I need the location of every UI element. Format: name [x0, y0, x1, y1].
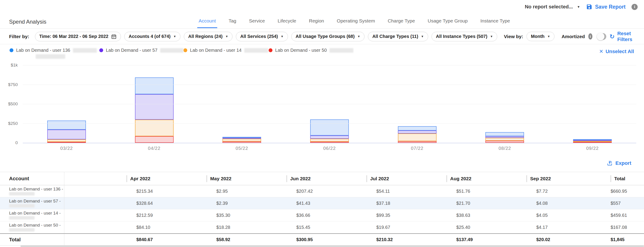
tab-operating-system[interactable]: Operating System — [336, 14, 376, 28]
filter-by-label: Filter by: — [9, 34, 29, 39]
x-axis-label: 05/22 — [198, 146, 286, 151]
value-cell: $19.67 — [364, 221, 444, 233]
redacted-text — [9, 228, 34, 232]
amortized-label: Amortized — [562, 34, 585, 39]
column-gap — [64, 185, 124, 197]
account-cell: Lab on Demand - user 57 - — [0, 197, 64, 209]
column-header-label: Sep 2022 — [526, 175, 551, 182]
report-selector-dropdown[interactable]: No report selected... ▼ — [525, 4, 580, 10]
column-header-sep-2022[interactable]: Sep 2022 — [524, 172, 604, 185]
filter-pill-3[interactable]: All Services (254)▼ — [236, 32, 288, 41]
info-icon[interactable]: i — [632, 4, 638, 10]
bar-segment — [398, 133, 436, 141]
filter-pill-5[interactable]: All Charge Types (11)▼ — [368, 32, 428, 41]
filter-pills: Time: 06 Mar 2022 - 06 Sep 2022Accounts … — [35, 32, 498, 41]
column-header-aug-2022[interactable]: Aug 2022 — [444, 172, 524, 185]
x-axis-line — [23, 143, 636, 143]
value-cell: $557 — [604, 197, 644, 209]
redacted-text — [9, 192, 34, 196]
tab-usage-type-group[interactable]: Usage Type Group — [426, 14, 469, 28]
column-header-apr-2022[interactable]: Apr 2022 — [124, 172, 204, 185]
legend-item-0[interactable]: Lab on Demand - user 136 — [10, 48, 99, 60]
bar-segment — [222, 139, 261, 141]
column-header-jul-2022[interactable]: Jul 2022 — [364, 172, 444, 185]
filter-pill-0[interactable]: Time: 06 Mar 2022 - 06 Sep 2022 — [35, 32, 121, 41]
column-gap — [64, 197, 124, 209]
filter-bar: Filter by: Time: 06 Mar 2022 - 06 Sep 20… — [0, 29, 644, 44]
gridline — [23, 123, 636, 124]
gridline — [23, 104, 636, 104]
legend-item-1[interactable]: Lab on Demand - user 57 — [99, 48, 184, 53]
column-gap — [64, 234, 124, 246]
value-cell: $212.59 — [124, 209, 204, 221]
filter-pill-label: All Instance Types (507) — [436, 34, 487, 39]
reset-filters-label: Reset Filters — [617, 31, 635, 42]
account-name: Lab on Demand - user 57 - — [9, 199, 61, 203]
value-cell: $35.30 — [204, 209, 284, 221]
bar-segment — [310, 119, 349, 136]
filter-pill-label: Time: 06 Mar 2022 - 06 Sep 2022 — [39, 34, 108, 39]
total-value-cell: $137.49 — [444, 234, 524, 246]
value-cell: $328.64 — [124, 197, 204, 209]
export-icon — [607, 160, 613, 166]
value-cell: $51.76 — [444, 185, 524, 197]
y-axis-tick-label: $1k — [0, 63, 18, 68]
tab-instance-type[interactable]: Instance Type — [479, 14, 511, 28]
tab-service[interactable]: Service — [248, 14, 266, 28]
account-name: Lab on Demand - user 14 - — [9, 211, 61, 216]
legend-item-line: Lab on Demand - user 57 — [99, 48, 184, 53]
unselect-all-label: Unselect All — [606, 49, 634, 54]
account-cell: Lab on Demand - user 136 - — [0, 185, 64, 197]
view-by-dropdown[interactable]: Month ▼ — [526, 32, 554, 41]
account-name: Lab on Demand - user 136 - — [9, 187, 63, 191]
export-button[interactable]: Export — [607, 160, 631, 166]
stacked-bar-05/22 — [222, 137, 261, 143]
stacked-bar-09/22 — [573, 139, 612, 143]
filter-pill-label: All Usage Type Groups (68) — [296, 34, 355, 39]
chevron-down-icon: ▼ — [577, 5, 580, 9]
filter-pill-1[interactable]: Accounts 4 (of 674)▼ — [124, 32, 180, 41]
table-horizontal-scrollbar[interactable] — [20, 245, 644, 247]
tab-region[interactable]: Region — [308, 14, 326, 28]
chart-x-axis-labels: 03/2204/2205/2206/2207/2208/2209/22 — [23, 146, 636, 151]
x-axis-label: 06/22 — [286, 146, 373, 151]
tab-tag[interactable]: Tag — [227, 14, 238, 28]
tab-charge-type[interactable]: Charge Type — [386, 14, 416, 28]
stacked-bar-06/22 — [310, 119, 349, 143]
value-cell: $215.34 — [124, 185, 204, 197]
value-cell: $7.72 — [524, 185, 604, 197]
filter-pill-2[interactable]: All Regions (24)▼ — [184, 32, 232, 41]
redacted-text — [73, 48, 97, 53]
legend-item-label: Lab on Demand - user 14 — [190, 48, 242, 53]
value-cell: $36.66 — [284, 209, 364, 221]
filter-pill-label: All Regions (24) — [188, 34, 222, 39]
reset-filters-button[interactable]: ↻ Reset Filters — [610, 31, 635, 42]
column-header-jun-2022[interactable]: Jun 2022 — [284, 172, 364, 185]
legend-item-3[interactable]: Lab on Demand - user 50 — [268, 48, 366, 53]
total-value-cell: $1,845 — [604, 234, 644, 246]
total-label-cell: Total — [0, 234, 64, 246]
unselect-all-button[interactable]: ✕ Unselect All — [599, 49, 634, 54]
save-report-button[interactable]: Save Report — [586, 4, 626, 10]
filter-pill-6[interactable]: All Instance Types (507)▼ — [432, 32, 497, 41]
total-value-cell: $20.02 — [524, 234, 604, 246]
chevron-down-icon: ▼ — [490, 35, 493, 38]
tab-account[interactable]: Account — [197, 14, 217, 28]
chevron-down-icon: ▼ — [547, 35, 550, 38]
top-bar: No report selected... ▼ Save Report i — [525, 2, 638, 12]
column-header-label: Jul 2022 — [366, 175, 389, 182]
column-header-total[interactable]: Total — [604, 172, 644, 185]
table-total-row: Total$840.67$58.92$300.95$210.32$137.49$… — [0, 233, 644, 246]
column-header-may-2022[interactable]: May 2022 — [204, 172, 284, 185]
refresh-icon: ↻ — [610, 34, 615, 39]
redacted-text — [330, 48, 353, 53]
filter-pill-4[interactable]: All Usage Type Groups (68)▼ — [291, 32, 365, 41]
tab-lifecycle[interactable]: Lifecycle — [276, 14, 298, 28]
y-axis-tick-label: $250 — [0, 121, 18, 126]
amortized-toggle[interactable] — [597, 33, 606, 40]
page-title: Spend Analysis — [9, 19, 46, 25]
legend-item-2[interactable]: Lab on Demand - user 14 — [184, 48, 268, 53]
info-icon[interactable]: i — [588, 33, 592, 39]
bar-segment — [310, 139, 349, 142]
view-by-label: View by: — [504, 34, 523, 39]
